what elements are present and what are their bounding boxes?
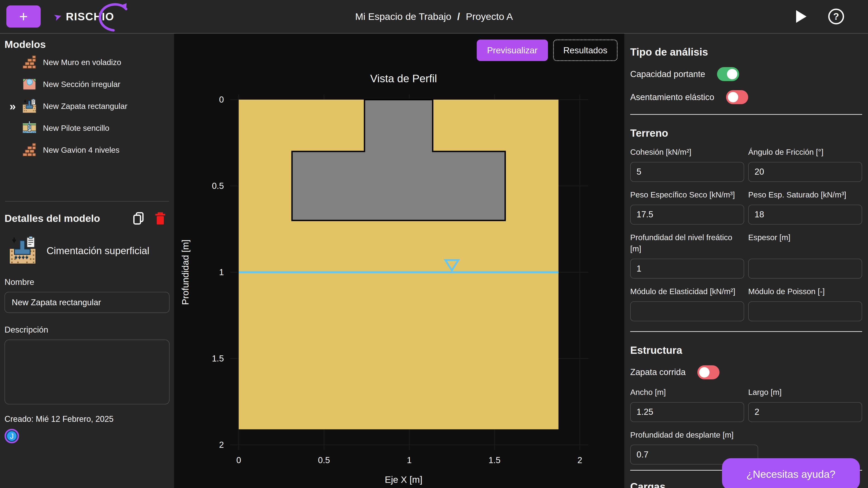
chart-canvas-area: Previsualizar Resultados 00.511.5200.511… [174, 34, 624, 488]
strip-footing-toggle[interactable] [698, 365, 719, 379]
thickness-field: Espesor [m] [748, 226, 862, 279]
description-label: Descripción [4, 325, 169, 335]
panel-divider [630, 331, 862, 332]
breadcrumb-workspace[interactable]: Mi Espacio de Trabajo [355, 11, 451, 22]
thickness-label: Espesor [m] [748, 232, 862, 243]
svg-text:0: 0 [236, 455, 241, 465]
profile-view-chart: 00.511.5200.511.52Eje X [m]Profundidad [… [174, 34, 624, 488]
sidebar-item-gavion-4-niveles[interactable]: New Gavion 4 niveles [4, 139, 169, 161]
preview-button[interactable]: Previsualizar [477, 39, 548, 61]
elastic-modulus-label: Módulo de Elasticidad [kN/m²] [630, 286, 744, 297]
svg-text:1.5: 1.5 [489, 455, 500, 465]
structure-row-1: Ancho [m] Largo [m] [630, 381, 862, 422]
sidebar-item-seccion-irregular[interactable]: New Sección irregular [4, 73, 169, 95]
irregular-section-icon [22, 77, 37, 92]
cohesion-field: Cohesión [kN/m²] [630, 140, 744, 182]
avatar: J [4, 429, 19, 443]
need-help-button[interactable]: ¿Necesitas ayuda? [722, 458, 860, 488]
dry-unit-weight-label: Peso Específico Seco [kN/m³] [630, 189, 744, 201]
terrain-row-2: Peso Específico Seco [kN/m³] Peso Esp. S… [630, 183, 862, 225]
toggle-knob [699, 367, 710, 378]
model-list: New Muro en voladizo New Sección irregul… [4, 51, 169, 161]
logo-text: RISCHIO [66, 10, 114, 23]
breadcrumb-separator: / [457, 11, 460, 22]
width-field: Ancho [m] [630, 381, 744, 422]
bearing-capacity-label: Capacidad portante [630, 69, 705, 79]
length-input[interactable] [748, 402, 862, 422]
bearing-capacity-toggle[interactable] [717, 67, 739, 81]
model-type-row: Cimentación superficial [4, 236, 169, 265]
poisson-field: Módulo de Poisson [-] [748, 280, 862, 321]
model-label: New Sección irregular [43, 80, 120, 89]
duplicate-model-button[interactable] [132, 212, 145, 225]
svg-text:Vista de Perfil: Vista de Perfil [370, 72, 437, 85]
trash-icon [154, 212, 166, 225]
sidebar-item-pilote-sencillo[interactable]: New Pilote sencillo [4, 117, 169, 139]
results-button[interactable]: Resultados [553, 39, 618, 61]
svg-text:Eje X [m]: Eje X [m] [385, 475, 422, 485]
model-label: New Gavion 4 niveles [43, 145, 120, 155]
selected-item-marker: » [4, 101, 22, 112]
model-label: New Pilote sencillo [43, 124, 110, 133]
copy-icon [132, 212, 145, 225]
model-name-input[interactable] [4, 292, 169, 313]
dry-unit-weight-input[interactable] [630, 205, 744, 225]
model-label: New Muro en voladizo [43, 58, 121, 67]
footing-icon [22, 99, 37, 113]
saturated-unit-weight-input[interactable] [748, 205, 862, 225]
strip-footing-label: Zapata corrida [630, 367, 686, 377]
terrain-row-4: Módulo de Elasticidad [kN/m²] Módulo de … [630, 280, 862, 321]
bearing-capacity-row: Capacidad portante [630, 67, 862, 81]
created-date-text: Creado: Mié 12 Febrero, 2025 [4, 414, 169, 424]
svg-text:1: 1 [219, 267, 224, 277]
poisson-label: Módulo de Poisson [-] [748, 286, 862, 297]
breadcrumb: Mi Espacio de Trabajo / Proyecto A [355, 0, 513, 33]
model-details-header: Detalles del modelo [4, 212, 169, 225]
thickness-input[interactable] [748, 259, 862, 279]
model-label: New Zapata rectangular [43, 102, 127, 111]
new-model-button[interactable]: + [6, 5, 41, 28]
pile-icon [22, 121, 37, 135]
svg-text:Profundidad [m]: Profundidad [m] [180, 239, 191, 305]
terrain-row-3: Profundidad del nivel freático [m] Espes… [630, 226, 862, 279]
elastic-modulus-field: Módulo de Elasticidad [kN/m²] [630, 280, 744, 321]
breadcrumb-project[interactable]: Proyecto A [466, 11, 513, 22]
sidebar-item-muro-voladizo[interactable]: New Muro en voladizo [4, 51, 169, 73]
friction-angle-field: Ángulo de Fricción [°] [748, 140, 862, 182]
friction-angle-label: Ángulo de Fricción [°] [748, 147, 862, 158]
panel-divider [630, 114, 862, 115]
poisson-input[interactable] [748, 301, 862, 321]
width-input[interactable] [630, 402, 744, 422]
shallow-foundation-icon [8, 236, 37, 265]
water-table-depth-input[interactable] [630, 259, 744, 279]
gabion-icon [22, 143, 37, 157]
friction-angle-input[interactable] [748, 162, 862, 182]
svg-text:0: 0 [219, 95, 224, 104]
svg-text:1: 1 [407, 455, 412, 465]
terrain-row-1: Cohesión [kN/m²] Ángulo de Fricción [°] [630, 140, 862, 182]
saturated-unit-weight-label: Peso Esp. Saturado [kN/m³] [748, 189, 862, 201]
sidebar-item-zapata-rectangular[interactable]: » New Zapata rectangular [4, 95, 169, 117]
cohesion-label: Cohesión [kN/m²] [630, 147, 744, 158]
delete-model-button[interactable] [154, 212, 166, 225]
dry-unit-weight-field: Peso Específico Seco [kN/m³] [630, 183, 744, 225]
logo-arrow-icon: ➤ [52, 10, 63, 23]
rischio-app: { "colors": { "accent_purple": "#b150ef"… [0, 0, 868, 488]
elastic-modulus-input[interactable] [630, 301, 744, 321]
svg-text:0.5: 0.5 [318, 455, 330, 465]
water-table-depth-label: Profundidad del nivel freático [m] [630, 232, 744, 255]
length-label: Largo [m] [748, 387, 862, 398]
model-description-textarea[interactable] [4, 339, 169, 404]
sidebar-divider [5, 201, 169, 201]
cohesion-input[interactable] [630, 162, 744, 182]
help-circle-icon[interactable]: ? [828, 8, 844, 24]
embedment-depth-label: Profundidad de desplante [m] [630, 429, 758, 441]
saturated-unit-weight-field: Peso Esp. Saturado [kN/m³] [748, 183, 862, 225]
elastic-settlement-row: Asentamiento elástico [630, 90, 862, 104]
elastic-settlement-toggle[interactable] [726, 90, 748, 104]
run-analysis-icon[interactable] [796, 10, 807, 23]
parameters-panel: Tipo de análisis Capacidad portante Asen… [624, 34, 868, 488]
svg-text:1.5: 1.5 [212, 354, 224, 363]
width-label: Ancho [m] [630, 387, 744, 398]
strip-footing-row: Zapata corrida [630, 365, 862, 379]
